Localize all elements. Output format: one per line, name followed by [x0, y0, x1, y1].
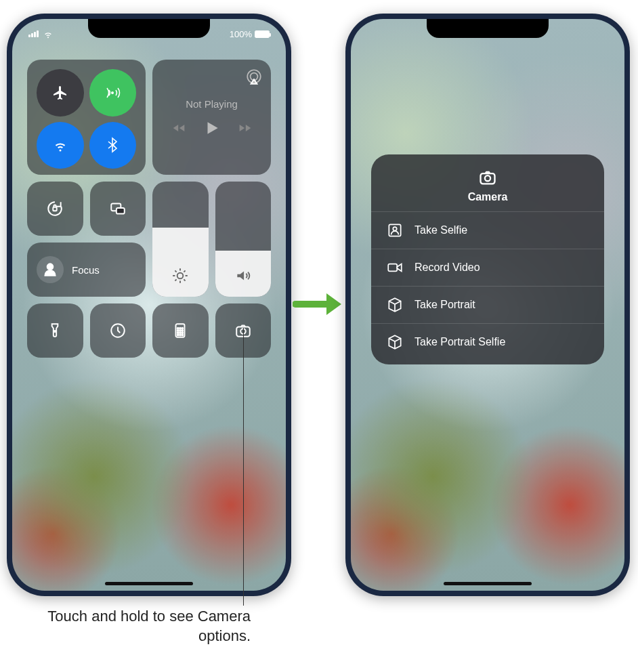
svg-point-8 — [54, 331, 56, 332]
notch — [88, 19, 210, 38]
phone-control-center: 100% — [7, 14, 291, 596]
home-indicator[interactable] — [444, 582, 532, 585]
flashlight-button[interactable] — [27, 303, 83, 358]
menu-item-label: Record Video — [414, 261, 480, 274]
callout-text: Touch and hold to see Camera options. — [14, 607, 251, 646]
svg-point-16 — [182, 330, 184, 331]
menu-item-label: Take Selfie — [414, 224, 467, 236]
camera-menu-item-portrait-selfie[interactable]: Take Portrait Selfie — [371, 323, 604, 360]
svg-point-12 — [179, 328, 181, 329]
connectivity-group — [27, 60, 146, 175]
battery-percentage: 100% — [230, 29, 252, 39]
video-icon — [386, 259, 404, 276]
svg-point-17 — [177, 332, 179, 333]
svg-point-15 — [179, 330, 181, 331]
cube-icon — [386, 296, 404, 314]
wifi-icon — [43, 28, 54, 39]
next-track-icon[interactable] — [238, 121, 252, 135]
svg-point-22 — [182, 335, 184, 336]
svg-point-18 — [179, 332, 181, 333]
notch — [427, 19, 549, 38]
wifi-button[interactable] — [37, 122, 84, 169]
screen-mirroring-button[interactable] — [90, 182, 146, 236]
svg-point-21 — [179, 335, 181, 336]
rotation-lock-button[interactable] — [27, 182, 83, 236]
focus-button[interactable]: Focus — [27, 243, 146, 297]
cube-icon — [386, 333, 404, 351]
svg-rect-29 — [388, 264, 397, 272]
media-status-label: Not Playing — [186, 98, 238, 110]
camera-menu-item-record-video[interactable]: Record Video — [371, 249, 604, 286]
svg-point-28 — [393, 227, 396, 230]
phone-camera-menu: Camera Take Selfie Record Video Take Por… — [345, 14, 630, 596]
menu-item-label: Take Portrait Selfie — [414, 336, 505, 348]
camera-menu-item-portrait[interactable]: Take Portrait — [371, 286, 604, 323]
play-icon[interactable] — [203, 119, 221, 137]
svg-point-7 — [47, 264, 54, 270]
portrait-photo-icon — [386, 222, 404, 239]
cellular-signal-icon — [28, 30, 39, 37]
airplay-icon — [245, 68, 263, 85]
battery-icon — [255, 30, 270, 38]
camera-menu-item-selfie[interactable]: Take Selfie — [371, 211, 604, 249]
svg-point-0 — [111, 91, 114, 94]
menu-item-label: Take Portrait — [414, 299, 475, 311]
focus-label: Focus — [72, 264, 100, 276]
svg-point-26 — [485, 175, 490, 181]
camera-icon — [476, 168, 499, 187]
brightness-slider[interactable] — [152, 182, 209, 297]
callout-line — [243, 328, 244, 606]
timer-button[interactable] — [90, 303, 146, 358]
arrow-icon — [293, 288, 345, 323]
camera-menu-title: Camera — [371, 191, 604, 203]
svg-point-20 — [177, 335, 179, 336]
now-playing-tile[interactable]: Not Playing — [152, 60, 271, 175]
screen: 100% — [12, 19, 286, 591]
previous-track-icon[interactable] — [172, 121, 186, 135]
svg-point-11 — [177, 328, 179, 329]
camera-options-menu: Camera Take Selfie Record Video Take Por… — [371, 154, 604, 364]
volume-slider[interactable] — [215, 182, 272, 297]
airplane-mode-button[interactable] — [37, 69, 84, 117]
calculator-button[interactable] — [152, 303, 209, 358]
svg-rect-5 — [116, 208, 125, 214]
svg-point-6 — [177, 273, 184, 279]
home-indicator[interactable] — [105, 582, 193, 585]
svg-point-13 — [182, 328, 184, 329]
screen: Camera Take Selfie Record Video Take Por… — [351, 19, 624, 591]
cellular-data-button[interactable] — [89, 69, 137, 117]
bluetooth-button[interactable] — [89, 122, 137, 169]
svg-point-19 — [182, 332, 184, 333]
svg-rect-3 — [54, 207, 57, 211]
svg-point-14 — [177, 330, 179, 331]
